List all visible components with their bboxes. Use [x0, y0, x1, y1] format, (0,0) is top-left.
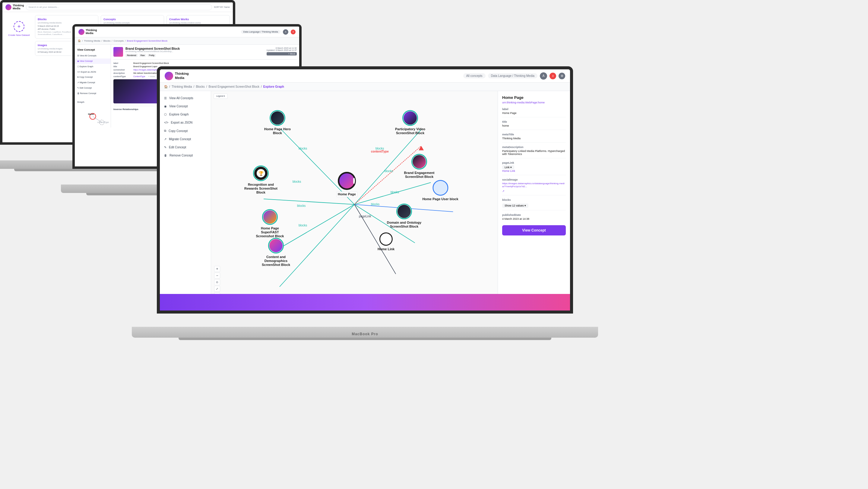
front-zoom-out[interactable]: −: [214, 272, 220, 279]
mid-sidebar: View Concept ☰ View All Concepts ◉ View …: [75, 44, 111, 128]
front-rp-socialimage-link[interactable]: ↗: [502, 190, 566, 193]
front-notif: 3: [550, 73, 556, 79]
front-rp-divider-7: [502, 210, 566, 210]
front-fullscreen[interactable]: ⤢: [214, 286, 220, 292]
graph-label-blocks-4: blocks: [292, 180, 301, 183]
front-rp-homelink[interactable]: Home Link: [502, 169, 566, 172]
back-card-creative-title: Creative Works: [169, 18, 227, 21]
mid-sidebar-copy[interactable]: ⧉ Copy Concept: [75, 74, 111, 80]
front-all-concepts[interactable]: All concepts: [463, 73, 486, 78]
front-node-superfast-circle: [262, 209, 278, 225]
mid-field-desc-name: description: [114, 72, 131, 74]
front-node-brand[interactable]: Brand Engagement ScreenShot Block: [401, 154, 437, 179]
front-rp-socialimage-name: socialImage: [502, 178, 566, 181]
mid-btn-rendered[interactable]: Rendered: [125, 54, 138, 57]
front-zoom-controls: + − ⊙ ⤢ ◎: [214, 266, 220, 298]
mid-concept-updated: Updated: 8 March 2023 at 11:37: [267, 49, 297, 51]
back-search-placeholder: Search in all your datasets...: [29, 6, 59, 8]
front-sidebar-remove[interactable]: 🗑 Remove Concept: [160, 151, 211, 160]
mid-concept-created: 8 March 2023 at 11:32: [267, 47, 297, 49]
graph-label-blocks-5: blocks: [297, 204, 306, 207]
mid-sidebar-migrate[interactable]: ↗ Migrate Concept: [75, 80, 111, 85]
mid-btn-raw[interactable]: Raw: [139, 54, 146, 57]
mid-concept-thumb: [114, 47, 123, 57]
front-legend-label: Legend ▾: [216, 95, 225, 97]
front-sidebar-copy[interactable]: ⧉ Copy Concept: [160, 127, 211, 135]
front-node-recognition[interactable]: 🏆 Recognition and Rewards ScreenShot Blo…: [243, 165, 279, 195]
mid-sidebar-view-concept[interactable]: ◉ View Concept: [75, 59, 111, 64]
front-sidebar-migrate[interactable]: ↗ Migrate Concept: [160, 135, 211, 143]
front-rp-blocks-dropdown[interactable]: Show 12 values ▾: [502, 203, 528, 208]
mid-field-label-value: Brand Engagement ScreenShot Block: [133, 62, 297, 64]
front-sidebar-all-concepts[interactable]: ☰ View All Concepts: [160, 94, 211, 102]
front-rp-metatitle-value: Thinking Media: [502, 137, 566, 140]
front-sidebar-explore-graph-label: Explore Graph: [169, 113, 188, 116]
front-node-recognition-circle: 🏆: [253, 165, 269, 181]
front-sidebar-explore-graph[interactable]: ⬡ Explore Graph: [160, 110, 211, 119]
front-nav-pill: Data Language / Thinking Media: [488, 73, 537, 78]
mid-sidebar-all-concepts[interactable]: ☰ View All Concepts: [75, 53, 111, 59]
front-sidebar-view-concept[interactable]: ◉ View Concept: [160, 102, 211, 110]
mid-field-contenttype-value[interactable]: ContentType: [133, 75, 145, 77]
back-search-bar[interactable]: Search in all your datasets...: [26, 4, 212, 10]
mid-field-contenttype-name: contentType: [114, 75, 131, 77]
mid-sidebar-remove[interactable]: 🗑 Remove Concept: [75, 91, 111, 96]
front-node-homelink[interactable]: Home Link: [378, 232, 395, 251]
front-node-content-demo[interactable]: Content and Demographics ScreenShot Bloc…: [258, 238, 294, 267]
front-node-hero[interactable]: Home Page Hero Block: [259, 110, 296, 135]
back-card-blocks-title: Blocks: [38, 18, 96, 21]
front-node-recognition-label: Recognition and Rewards ScreenShot Block: [243, 183, 279, 195]
front-node-superfast[interactable]: Home Page SuperFAST Screenshot Block: [252, 209, 288, 238]
front-expand-icon[interactable]: ›: [353, 178, 356, 184]
front-view-concept-btn[interactable]: View Concept: [502, 225, 566, 235]
front-node-homepage[interactable]: › Home Page: [336, 172, 358, 197]
mid-graph-preview: Home contentType: [75, 105, 111, 126]
mid-logo-circle: [79, 29, 85, 35]
front-node-superfast-label: Home Page SuperFAST Screenshot Block: [252, 226, 288, 238]
mid-sidebar-edit[interactable]: ✎ Edit Concept: [75, 85, 111, 91]
mid-nav-pill: Data Language / Thinking Media: [241, 30, 281, 34]
front-node-user[interactable]: Home Page User block: [422, 180, 458, 201]
front-sidebar-edit[interactable]: ✎ Edit Concept: [160, 143, 211, 151]
mid-sidebar-export[interactable]: </> Export as JSON: [75, 69, 111, 74]
mid-breadcrumb: 🏠 / Thinking Media / Blocks / Concepts /…: [75, 37, 299, 44]
front-sidebar-view-concept-label: View Concept: [169, 105, 188, 108]
front-rp-metadesc-name: metaDescription: [502, 145, 566, 149]
front-laptop-label: MacBook Pro: [352, 332, 378, 336]
create-new-label[interactable]: Create New Dataset: [8, 34, 30, 36]
front-sidebar-edit-icon: ✎: [164, 145, 166, 149]
mid-breadcrumb-thinking: Thinking Media: [84, 39, 100, 42]
front-laptop-screen: ThinkingMedia All concepts Data Language…: [157, 66, 573, 314]
mid-concept-url: urn:thinking-media:ScreenshotBlock:0xLaW…: [125, 50, 180, 53]
front-zoom-in[interactable]: +: [214, 266, 220, 272]
front-settings[interactable]: ⚙: [559, 73, 565, 79]
front-laptop: ThinkingMedia All concepts Data Language…: [157, 66, 573, 338]
front-node-homepage-label: Home Page: [336, 191, 358, 197]
front-node-content-demo-label: Content and Demographics ScreenShot Bloc…: [258, 255, 294, 267]
back-card-creative-url: urn:thinking-media:creative-works: [169, 22, 227, 24]
mid-breadcrumb-current: Brand Engagement ScreenShot Block: [127, 39, 168, 42]
back-left-panel: + Create New Dataset: [5, 15, 33, 56]
front-rp-publisheddate-name: publishedDate: [502, 214, 566, 217]
mid-concept-header: Brand Engagement ScreenShot Block urn:th…: [114, 47, 297, 60]
front-node-brand-label: Brand Engagement ScreenShot Block: [401, 171, 437, 179]
front-breadcrumb-sep3: /: [261, 85, 262, 88]
create-new-icon[interactable]: +: [13, 21, 25, 32]
mid-logo: ThinkingMedia: [79, 29, 97, 35]
front-node-domain[interactable]: Domain and Ontology ScreenShot Block: [386, 203, 422, 229]
mid-btn-pretty[interactable]: Pretty: [148, 54, 156, 57]
front-laptop-content: ThinkingMedia All concepts Data Language…: [160, 69, 570, 311]
front-rp-divider-4: [502, 158, 566, 158]
front-sidebar-export[interactable]: </> Export as JSON: [160, 119, 211, 127]
front-node-superfast-img: [263, 210, 277, 224]
graph-label-blocks-8: blocks: [391, 191, 399, 194]
front-rp-socialimage-value[interactable]: https://images.datanraphics.io/datalangu…: [502, 182, 566, 188]
mid-sidebar-explore-graph[interactable]: ⬡ Explore Graph: [75, 64, 111, 69]
mid-block-btn[interactable]: + Block: [267, 52, 297, 56]
back-card-concepts-title: Concepts: [103, 18, 161, 21]
front-zoom-reset[interactable]: ⊙: [214, 279, 220, 285]
front-rp-url[interactable]: urn:thinking-media:WebPage:home: [502, 101, 566, 104]
front-rp-pagelink-dropdown[interactable]: Link ▾: [502, 165, 514, 169]
front-node-participatory[interactable]: Participatory Video ScreenShot Block: [392, 110, 428, 135]
front-sidebar-copy-icon: ⧉: [164, 129, 166, 133]
